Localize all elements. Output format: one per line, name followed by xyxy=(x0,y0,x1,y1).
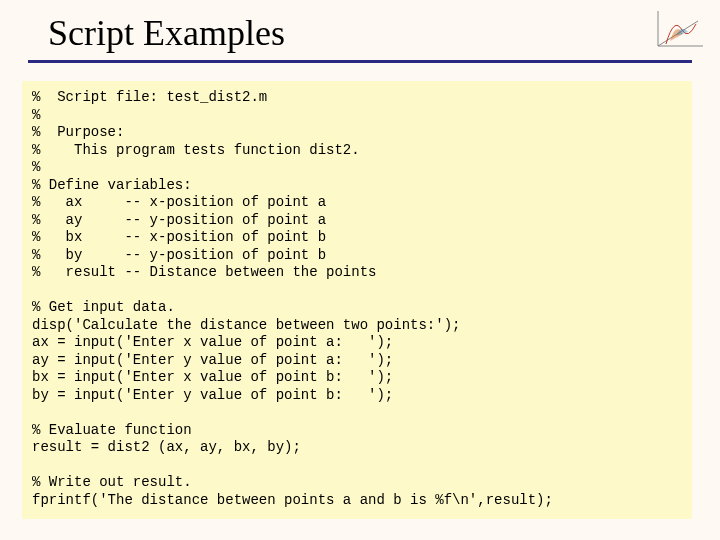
code-block: % Script file: test_dist2.m % % Purpose:… xyxy=(22,81,692,519)
title-divider xyxy=(28,60,692,63)
matlab-logo-icon xyxy=(648,6,708,56)
page-title: Script Examples xyxy=(0,0,720,60)
